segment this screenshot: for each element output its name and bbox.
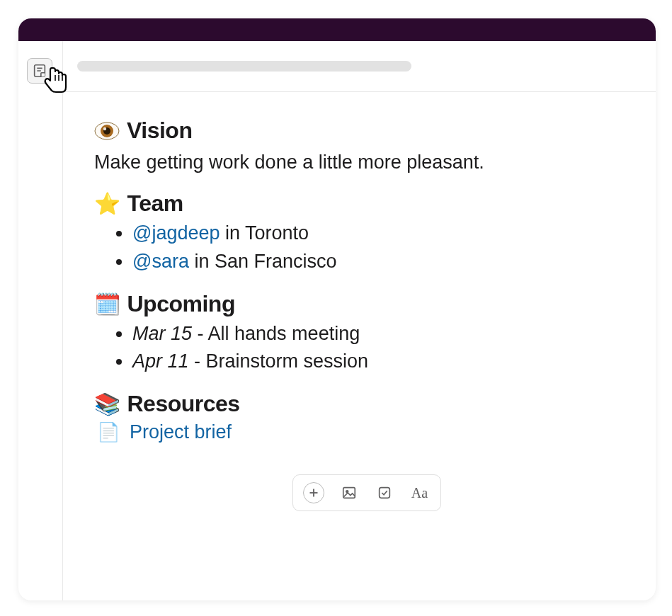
heading-resources: 📚 Resources	[94, 391, 639, 417]
list-item: @jagdeep in Toronto	[132, 219, 639, 247]
heading-vision-text: Vision	[127, 118, 192, 144]
upcoming-date: Apr 11	[132, 350, 189, 372]
heading-team-text: Team	[127, 190, 183, 217]
star-icon: ⭐	[94, 191, 120, 216]
team-item-suffix: in San Francisco	[189, 251, 337, 272]
image-button[interactable]	[338, 482, 360, 503]
document-icon	[32, 63, 47, 79]
page-icon: 📄	[97, 421, 120, 443]
text-format-label: Aa	[411, 485, 428, 501]
upcoming-desc: - All hands meeting	[192, 323, 360, 344]
document-header	[63, 41, 656, 92]
heading-upcoming: 🗓️ Upcoming	[94, 291, 639, 317]
heading-team: ⭐ Team	[94, 190, 639, 217]
calendar-icon: 🗓️	[94, 292, 120, 316]
editor-toolbar: Aa	[292, 474, 441, 511]
vision-body: Make getting work done a little more ple…	[94, 149, 639, 175]
books-icon: 📚	[94, 392, 120, 416]
document-body[interactable]: Vision Make getting work done a little m…	[63, 92, 656, 535]
canvas-icon-button[interactable]	[27, 58, 52, 84]
upcoming-list: Mar 15 - All hands meeting Apr 11 - Brai…	[132, 320, 639, 375]
resource-link[interactable]: Project brief	[130, 421, 232, 443]
list-item: Apr 11 - Brainstorm session	[132, 348, 639, 375]
title-placeholder[interactable]	[77, 61, 411, 72]
svg-point-6	[103, 127, 106, 130]
team-list: @jagdeep in Toronto @sara in San Francis…	[132, 219, 639, 275]
upcoming-date: Mar 15	[132, 323, 192, 344]
checkbox-icon	[377, 485, 392, 501]
add-button[interactable]	[303, 482, 324, 503]
content-area: Vision Make getting work done a little m…	[63, 41, 656, 600]
svg-rect-9	[343, 488, 355, 498]
window-titlebar	[18, 18, 656, 41]
mention-link[interactable]: @jagdeep	[132, 222, 220, 244]
main-area: Vision Make getting work done a little m…	[18, 41, 656, 600]
heading-vision: Vision	[94, 118, 639, 144]
plus-icon	[306, 485, 321, 501]
heading-upcoming-text: Upcoming	[127, 291, 235, 317]
list-item: @sara in San Francisco	[132, 248, 639, 275]
heading-resources-text: Resources	[127, 391, 240, 417]
eye-icon	[94, 122, 120, 140]
resource-item: 📄 Project brief	[97, 421, 639, 443]
text-format-button[interactable]: Aa	[409, 482, 431, 503]
left-sidebar	[18, 41, 63, 600]
image-icon	[341, 485, 357, 501]
list-item: Mar 15 - All hands meeting	[132, 320, 639, 348]
upcoming-desc: - Brainstorm session	[189, 350, 369, 372]
mention-link[interactable]: @sara	[132, 251, 189, 272]
team-item-suffix: in Toronto	[220, 222, 309, 244]
svg-rect-11	[379, 488, 389, 498]
app-window: Vision Make getting work done a little m…	[18, 18, 656, 600]
checklist-button[interactable]	[374, 482, 395, 503]
